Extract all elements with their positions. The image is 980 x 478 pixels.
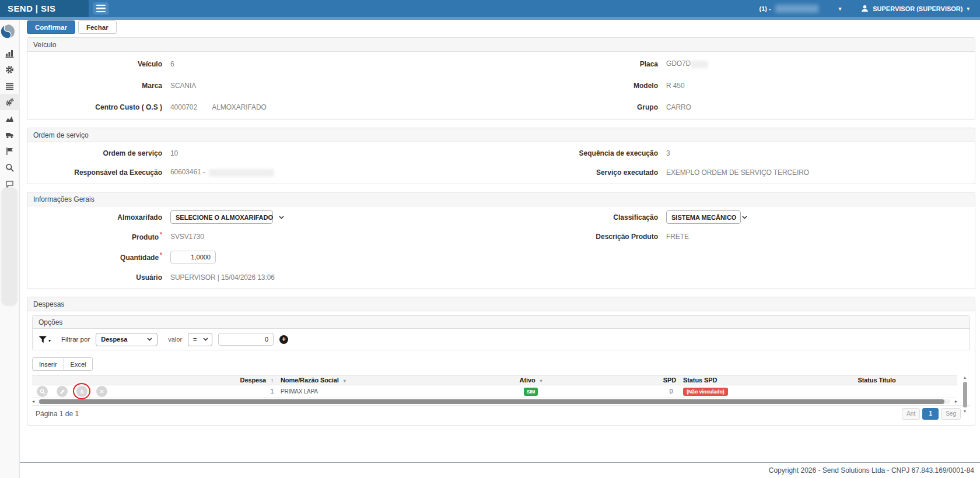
user-menu[interactable]: SUPERVISOR (SUPERVISOR) ▾ (861, 5, 970, 12)
filter-field-select[interactable]: Despesa (96, 333, 158, 346)
truck-icon (5, 131, 14, 139)
panel-ordem-servico: Ordem de serviço Ordem de serviço 10 Seq… (27, 128, 975, 184)
col-header-nome[interactable]: Nome/Razão Social▾ (277, 377, 470, 384)
vertical-scrollbar: ▲ ▼ (962, 375, 968, 419)
sidebar-item-flags[interactable] (0, 143, 20, 159)
sequencia-label: Sequência de execução (474, 149, 666, 157)
redacted-company-name (775, 5, 818, 13)
dollar-row-button[interactable]: $ (76, 386, 88, 397)
grid-footer: Página 1 de 1 Ant 1 Seg (32, 405, 970, 421)
operator-select[interactable]: = (188, 333, 212, 346)
hscroll-thumb[interactable] (39, 399, 944, 404)
sidebar-item-list[interactable] (0, 78, 20, 94)
field-row: Almoxarifado SELECIONE O ALMOXARIFADO Cl… (27, 208, 975, 227)
col-header-despesa[interactable]: Despesa↑ (207, 377, 277, 384)
modelo-value: R 450 (666, 82, 975, 90)
next-page-button[interactable]: Seg (941, 408, 961, 420)
row-actions: $ ✕ (32, 386, 207, 397)
almoxarifado-select[interactable]: SELECIONE O ALMOXARIFADO (170, 210, 273, 224)
select-caret-icon (742, 216, 747, 219)
redacted-placa (691, 61, 708, 68)
sort-asc-icon: ↑ (271, 377, 274, 384)
filter-menu-button[interactable]: ▾ (38, 336, 51, 343)
delete-row-button[interactable]: ✕ (96, 386, 107, 397)
marca-label: Marca (27, 82, 170, 90)
person-icon (861, 5, 869, 12)
search-icon (40, 389, 46, 395)
list-icon (5, 82, 14, 90)
produto-label: Produto* (27, 231, 170, 241)
sidebar-item-processes[interactable] (0, 94, 20, 110)
pagination: Ant 1 Seg (902, 408, 961, 420)
panel-veiculo-title: Veículo (27, 38, 975, 52)
sidebar-item-dashboard[interactable] (0, 45, 20, 61)
operator-selected: = (193, 336, 197, 343)
placa-value-text: GDO7D (666, 59, 691, 68)
filtrar-por-label: Filtrar por (61, 336, 90, 343)
top-navbar: SEND | SIS (1) - ▾ SUPERVISOR (SUPERVISO… (0, 0, 980, 17)
col-header-status-spd[interactable]: Status SPD (680, 377, 796, 384)
responsavel-label: Responsável da Execução (27, 168, 170, 177)
col-header-ativo[interactable]: Ativo▾ (470, 377, 592, 384)
sort-caret-icon: ▾ (540, 378, 542, 384)
classificacao-select[interactable]: SISTEMA MECÂNICO (666, 210, 741, 224)
company-selector[interactable]: (1) - ▾ (760, 5, 842, 13)
view-row-button[interactable] (37, 386, 48, 397)
main-content: Itens utilizados na ordem de serviço (SI… (20, 0, 980, 426)
navbar-accent-strip (0, 17, 980, 20)
field-row: Produto* SVSV1730 Descrição Produto FRET… (27, 227, 975, 246)
servico-executado-label: Serviço executado (474, 168, 666, 177)
col-header-status-titulo[interactable]: Status Titulo (796, 377, 957, 384)
sidebar-item-reports[interactable] (0, 110, 20, 126)
veiculo-label: Veículo (27, 60, 170, 68)
left-sidebar (0, 20, 20, 478)
app-brand[interactable]: SEND | SIS (0, 0, 89, 17)
funnel-icon (38, 336, 47, 343)
scroll-down-icon[interactable]: ▼ (963, 409, 967, 414)
cogs-icon (5, 98, 14, 107)
copyright-text: Copyright 2026 - Send Solutions Ltda - C… (769, 466, 974, 475)
inserir-button[interactable]: Inserir (32, 357, 64, 371)
field-row: Usuário SUPERVISOR | 15/04/2026 13:06 (27, 268, 975, 287)
sort-caret-icon: ▾ (344, 378, 346, 384)
excel-button[interactable]: Excel (64, 357, 93, 371)
cell-nome: PRIMAX LAPA (277, 388, 470, 395)
cell-status-spd: (Não vinculado) (680, 388, 796, 396)
app-logo-icon[interactable] (0, 24, 15, 39)
despesas-grid: Despesa↑ Nome/Razão Social▾ Ativo▾ SPD S… (32, 375, 970, 421)
classificacao-selected-option: SISTEMA MECÂNICO (671, 214, 736, 221)
almoxarifado-label: Almoxarifado (27, 213, 170, 222)
action-toolbar: Confirmar Fechar (27, 20, 975, 34)
vscroll-thumb[interactable] (963, 382, 967, 407)
page-1-button[interactable]: 1 (922, 408, 939, 420)
grupo-value: CARRO (666, 103, 975, 111)
flag-icon (5, 147, 14, 156)
add-filter-button[interactable]: + (279, 335, 288, 344)
quantidade-input[interactable] (170, 251, 216, 263)
field-row: Quantidade* (27, 246, 975, 268)
col-header-spd[interactable]: SPD (592, 377, 680, 384)
sidebar-item-settings[interactable] (0, 61, 20, 78)
prev-page-button[interactable]: Ant (902, 408, 920, 420)
chevron-down-icon: ▾ (839, 6, 842, 12)
copyright-footer: Copyright 2026 - Send Solutions Ltda - C… (20, 462, 980, 478)
centro-custo-codigo: 4000702 (170, 103, 197, 111)
edit-row-button[interactable] (57, 386, 68, 397)
filter-value-input[interactable] (218, 333, 274, 346)
sidebar-scroll-thumb[interactable] (2, 188, 17, 305)
close-button[interactable]: Fechar (78, 20, 117, 34)
scroll-up-icon[interactable]: ▲ (963, 375, 967, 380)
scroll-right-icon[interactable]: ▸ (955, 399, 957, 404)
grupo-label: Grupo (474, 103, 666, 111)
sidebar-item-fleet[interactable] (0, 126, 20, 143)
menu-toggle-button[interactable] (93, 2, 108, 15)
panel-opcoes-title: Opções (33, 316, 970, 329)
scroll-left-icon[interactable]: ◂ (32, 399, 34, 404)
sidebar-item-search[interactable] (0, 159, 20, 175)
cell-despesa: 1 (207, 388, 277, 395)
sequencia-value: 3 (666, 149, 975, 157)
filter-field-selected: Despesa (101, 336, 127, 343)
panel-despesas: Despesas Opções ▾ Filtrar por Despesa (27, 297, 975, 426)
confirm-button[interactable]: Confirmar (27, 20, 75, 34)
field-row: Marca SCANIA Modelo R 450 (27, 75, 975, 96)
